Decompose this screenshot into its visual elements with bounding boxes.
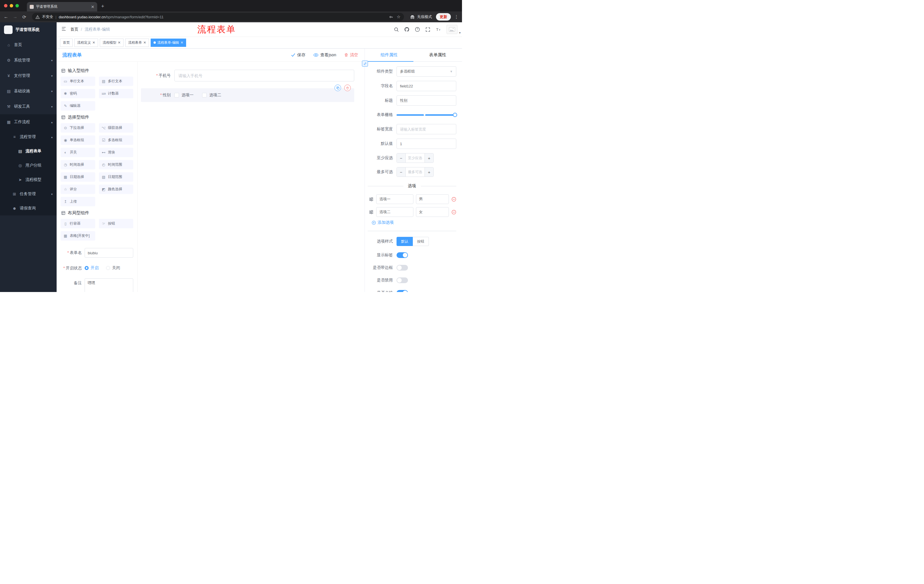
required-switch[interactable] bbox=[396, 290, 408, 292]
address-bar[interactable]: 不安全 | dashboard.yudao.iocoder.cn/bpm/man… bbox=[32, 13, 404, 21]
palette-item-row-container[interactable]: ▯行容器 bbox=[61, 219, 95, 228]
clear-button[interactable]: 清空 bbox=[344, 52, 358, 58]
remove-option-icon[interactable] bbox=[451, 210, 456, 215]
palette-item-rate[interactable]: ☆评分 bbox=[61, 184, 95, 194]
sidebar-item-home[interactable]: ⌂ 首页 bbox=[0, 37, 57, 53]
close-window-button[interactable] bbox=[4, 4, 7, 7]
close-icon[interactable]: ✕ bbox=[180, 41, 183, 44]
tab-component-props[interactable]: 组件属性 bbox=[365, 49, 413, 61]
link-icon[interactable] bbox=[362, 61, 368, 67]
border-switch[interactable] bbox=[396, 265, 408, 271]
tag-process-form-edit[interactable]: 流程表单-编辑✕ bbox=[151, 39, 186, 47]
reload-icon[interactable]: ⟳ bbox=[21, 14, 28, 20]
browser-tab[interactable]: 芋道管理系统 ✕ bbox=[27, 2, 97, 12]
view-json-button[interactable]: 查看json bbox=[314, 52, 336, 58]
github-icon[interactable] bbox=[404, 27, 409, 32]
sidebar-item-process-management[interactable]: ≡ 流程管理 ▴ bbox=[0, 130, 57, 144]
close-icon[interactable]: ✕ bbox=[92, 41, 95, 44]
min-select-placeholder[interactable]: 至少应选 bbox=[406, 153, 424, 163]
sidebar-item-process-form[interactable]: ▤ 流程表单 bbox=[0, 144, 57, 158]
option-name-input[interactable] bbox=[376, 207, 413, 217]
checkbox-option-2[interactable]: 选项二 bbox=[202, 92, 221, 98]
style-default-button[interactable]: 默认 bbox=[396, 237, 413, 246]
sidebar-item-payment-management[interactable]: ¥ 支付管理 ▾ bbox=[0, 68, 57, 84]
title-input[interactable] bbox=[396, 95, 456, 106]
help-icon[interactable]: ? bbox=[415, 27, 420, 32]
option-name-input[interactable] bbox=[376, 194, 413, 204]
palette-item-editor[interactable]: ✎编辑器 bbox=[61, 101, 95, 110]
browser-update-button[interactable]: 更新 bbox=[436, 13, 451, 21]
sidebar-item-leave-query[interactable]: ☻ 请假查询 bbox=[0, 201, 57, 216]
tab-form-props[interactable]: 表单属性 bbox=[413, 49, 462, 61]
drag-handle-icon[interactable] bbox=[369, 197, 374, 202]
palette-item-table[interactable]: ▦表格[开发中] bbox=[61, 231, 95, 240]
palette-item-color-picker[interactable]: ◩颜色选择 bbox=[99, 184, 134, 194]
palette-item-cascader[interactable]: ⌥级联选择 bbox=[99, 123, 134, 133]
palette-item-counter[interactable]: 123计数器 bbox=[99, 89, 134, 98]
close-icon[interactable]: ✕ bbox=[118, 41, 120, 44]
option-value-input[interactable] bbox=[416, 194, 449, 204]
close-icon[interactable]: ✕ bbox=[143, 41, 146, 44]
palette-item-switch[interactable]: ◐开关 bbox=[61, 148, 95, 157]
key-icon[interactable] bbox=[389, 15, 393, 19]
palette-item-time-range[interactable]: ◴时间范围 bbox=[99, 160, 134, 169]
palette-item-button[interactable]: ☞按钮 bbox=[99, 219, 134, 228]
palette-item-date-picker[interactable]: ▦日期选择 bbox=[61, 172, 95, 182]
style-button-button[interactable]: 按钮 bbox=[413, 237, 429, 246]
hamburger-icon[interactable] bbox=[61, 26, 66, 32]
save-button[interactable]: 保存 bbox=[291, 52, 305, 58]
canvas-field-gender-selected[interactable]: 性别 选项一 选项二 bbox=[141, 88, 354, 102]
form-name-input[interactable] bbox=[85, 248, 133, 258]
breadcrumb-home[interactable]: 首页 bbox=[70, 27, 78, 32]
sidebar-item-process-model[interactable]: ➤ 流程模型 bbox=[0, 173, 57, 187]
canvas-field-phone[interactable]: 手机号 bbox=[141, 70, 354, 81]
palette-item-time-picker[interactable]: ◷时间选择 bbox=[61, 160, 95, 169]
delete-component-button[interactable] bbox=[344, 85, 351, 91]
status-radio-on[interactable]: 开启 bbox=[85, 265, 99, 271]
component-type-select[interactable]: 多选框组 ▼ bbox=[396, 66, 456, 77]
increment-button[interactable]: + bbox=[424, 168, 433, 176]
palette-item-select[interactable]: ⊙下拉选择 bbox=[61, 123, 95, 133]
bookmark-star-icon[interactable]: ☆ bbox=[397, 14, 401, 20]
palette-item-radio-group[interactable]: ◉单选框组 bbox=[61, 135, 95, 145]
sidebar-item-workflow[interactable]: ▦ 工作流程 ▴ bbox=[0, 114, 57, 130]
palette-item-multi-text[interactable]: ▤多行文本 bbox=[99, 77, 134, 86]
fullscreen-icon[interactable] bbox=[426, 27, 430, 32]
sidebar-item-user-group[interactable]: ◎ 用户分组 bbox=[0, 158, 57, 173]
sidebar-item-infrastructure[interactable]: ▤ 基础设施 ▾ bbox=[0, 84, 57, 99]
add-option-button[interactable]: 添加选项 bbox=[372, 220, 456, 225]
palette-item-upload[interactable]: ↥上传 bbox=[61, 197, 95, 206]
copy-component-button[interactable] bbox=[335, 85, 341, 91]
browser-menu-icon[interactable]: ⋮ bbox=[454, 14, 459, 20]
sidebar-item-system-management[interactable]: ⚙ 系统管理 ▾ bbox=[0, 53, 57, 68]
remove-option-icon[interactable] bbox=[451, 197, 456, 202]
app-logo[interactable]: 芋道管理系统 bbox=[0, 22, 57, 37]
tag-process-definition[interactable]: 流程定义✕ bbox=[74, 39, 98, 47]
font-size-icon[interactable]: TT bbox=[436, 27, 441, 32]
sidebar-item-dev-tools[interactable]: ⚒ 研发工具 ▾ bbox=[0, 99, 57, 114]
decrement-button[interactable]: − bbox=[397, 168, 406, 176]
tag-home[interactable]: 首页 bbox=[60, 39, 73, 47]
palette-item-password[interactable]: ✱密码 bbox=[61, 89, 95, 98]
forward-icon[interactable]: → bbox=[12, 14, 18, 20]
palette-item-slider[interactable]: ⊷滑块 bbox=[99, 148, 134, 157]
new-tab-button[interactable]: + bbox=[101, 3, 104, 10]
search-icon[interactable] bbox=[394, 27, 399, 32]
option-value-input[interactable] bbox=[416, 207, 449, 217]
increment-button[interactable]: + bbox=[424, 153, 433, 163]
slider-handle[interactable] bbox=[453, 113, 457, 117]
tag-process-form[interactable]: 流程表单✕ bbox=[125, 39, 149, 47]
disabled-switch[interactable] bbox=[396, 277, 408, 283]
grid-slider[interactable] bbox=[396, 110, 456, 120]
maximize-window-button[interactable] bbox=[15, 4, 19, 7]
window-controls[interactable] bbox=[4, 0, 23, 12]
decrement-button[interactable]: − bbox=[397, 153, 406, 163]
palette-item-checkbox-group[interactable]: ☑多选框组 bbox=[99, 135, 134, 145]
palette-item-single-text[interactable]: ▭单行文本 bbox=[61, 77, 95, 86]
default-value-input[interactable] bbox=[396, 138, 456, 149]
max-select-placeholder[interactable]: 最多可选 bbox=[406, 168, 424, 176]
back-icon[interactable]: ← bbox=[3, 14, 9, 20]
checkbox-option-1[interactable]: 选项一 bbox=[174, 92, 193, 98]
status-radio-off[interactable]: 关闭 bbox=[106, 265, 120, 271]
avatar[interactable]: ▾ bbox=[447, 25, 457, 34]
